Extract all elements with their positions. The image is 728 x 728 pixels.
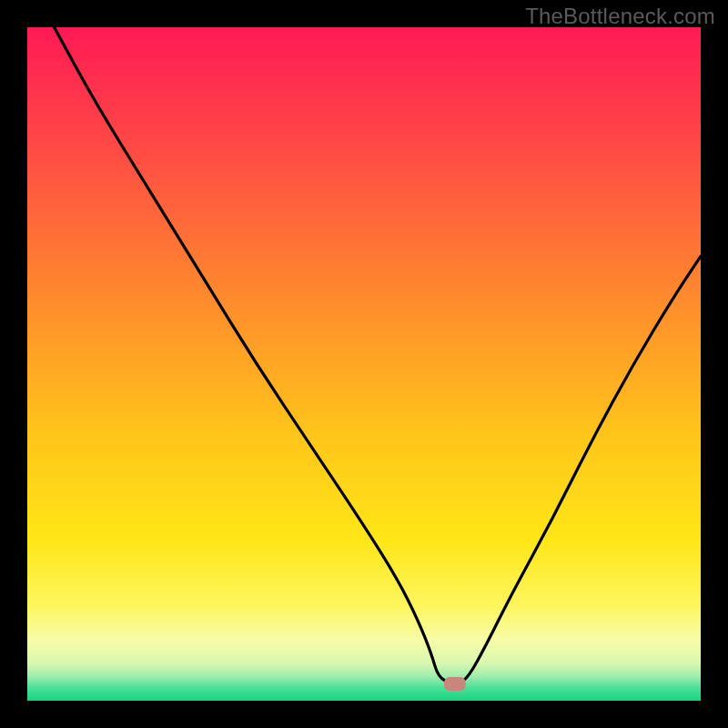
min-marker — [444, 677, 466, 691]
bottleneck-chart — [0, 0, 728, 728]
watermark-text: TheBottleneck.com — [525, 4, 715, 29]
plot-area — [27, 27, 701, 701]
chart-frame: TheBottleneck.com — [0, 0, 728, 728]
